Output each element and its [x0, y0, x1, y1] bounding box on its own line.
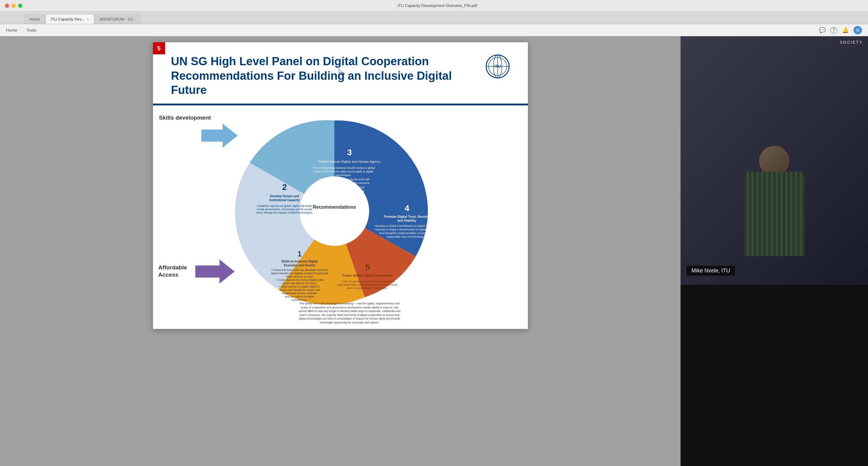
svg-text:Develop Human and: Develop Human and	[270, 195, 299, 198]
title-bar: 📄 ITU Capacity Development Overview_FIN.…	[0, 0, 868, 11]
svg-text:and use metrics for digital: and use metrics for digital	[285, 295, 314, 298]
svg-text:to help governments, civil soc: to help governments, civil society and t…	[257, 208, 312, 211]
svg-text:Build an Inclusive Digital: Build an Inclusive Digital	[281, 260, 317, 263]
svg-text:5: 5	[365, 262, 370, 272]
tab-home[interactable]: Home	[24, 14, 45, 24]
svg-text:clusion and equality for women: clusion and equality for women and	[279, 289, 320, 292]
svg-text:• Ensure that every adult has : • Ensure that every adult has affordable…	[271, 268, 328, 271]
maximize-button[interactable]	[18, 4, 22, 8]
svg-text:2: 2	[282, 182, 287, 192]
svg-text:• Social media enterprises sho: • Social media enterprises should work w…	[317, 178, 369, 181]
tab-wsis[interactable]: WSISFORUM - VJ...	[95, 14, 141, 24]
svg-text:• Establish regional and globa: • Establish regional and global 'digital…	[256, 204, 312, 207]
nav-bar: Home Tools 💬 ? 🔔 U	[0, 24, 868, 36]
svg-text:Foster Global Digital Cooperat: Foster Global Digital Cooperation	[342, 274, 393, 277]
svg-text:review of how human rights nor: review of how human rights norms apply t…	[313, 170, 373, 173]
svg-marker-7	[195, 259, 235, 284]
right-panel: SOCIETY Mike Nxele, ITU	[681, 36, 868, 466]
svg-text:marginalised groups; establish: marginalised groups; establish	[282, 292, 317, 295]
svg-text:• The UN Secretary-General sho: • The UN Secretary-General should conduc…	[312, 166, 375, 169]
itu-logo: ITU	[486, 54, 510, 78]
video-feed: SOCIETY Mike Nxele, ITU	[681, 36, 868, 285]
svg-text:tems so that their decisions c: tems so that their decisions can be	[322, 189, 364, 192]
svg-text:goods' and data for the SDGs.: goods' and data for the SDGs.	[282, 282, 316, 285]
svg-text:countable for their use.: countable for their use.	[330, 197, 358, 200]
svg-text:Promote Digital Trust, Securit: Promote Digital Trust, Security	[384, 215, 430, 218]
svg-text:3: 3	[347, 148, 352, 157]
svg-text:sector manage the impacts of d: sector manage the impacts of digital tec…	[256, 211, 313, 214]
access-label: Affordable Access	[158, 264, 187, 279]
svg-text:health services by 2030.: health services by 2030.	[286, 275, 313, 278]
svg-text:explained and humans are ac-: explained and humans are ac-	[325, 193, 362, 196]
nav-tools[interactable]: Tools	[26, 28, 36, 33]
svg-text:digital networks and digitally: digital networks and digitally-enabled f…	[271, 272, 328, 275]
svg-text:Institutional Capacity: Institutional Capacity	[269, 198, 300, 202]
svg-text:Recommendations: Recommendations	[313, 204, 356, 209]
svg-text:• Create alliances for sharing: • Create alliances for sharing 'digital …	[275, 278, 324, 281]
access-arrow	[195, 259, 235, 285]
svg-text:multi-stakeholder process to d: multi-stakeholder process to develop upd…	[337, 283, 398, 286]
tab-itu[interactable]: ITU Capacity Dev... ×	[45, 14, 94, 24]
chat-icon[interactable]: 💬	[819, 27, 826, 34]
pdf-viewer[interactable]: 5 UN SG High Level Panel on Digital Coop…	[0, 36, 681, 466]
person-silhouette	[732, 146, 816, 267]
video-lower-panel	[681, 285, 868, 466]
svg-text:• Design autonomous intelligen: • Design autonomous intelligent sys-	[321, 186, 365, 189]
person-image: SOCIETY	[681, 36, 868, 285]
pie-svg: Recommendations 3 Protect Human Rights a…	[231, 105, 437, 329]
svg-text:Security to shape a shared vis: Security to shape a shared vision of dig…	[375, 228, 436, 231]
video-person: SOCIETY Mike Nxele, ITU	[681, 36, 868, 285]
svg-text:and Stability: and Stability	[397, 219, 416, 222]
pie-chart-container: Recommendations 3 Protect Human Rights a…	[231, 105, 437, 329]
window-controls	[0, 4, 27, 8]
file-icon: 📄	[391, 3, 396, 8]
svg-text:• The UN Secretary-General sho: • The UN Secretary-General should facili…	[341, 280, 394, 283]
help-icon[interactable]: ?	[831, 27, 837, 34]
nav-home[interactable]: Home	[6, 28, 17, 33]
user-avatar[interactable]: U	[854, 26, 862, 34]
svg-text:Protect Human Rights and Human: Protect Human Rights and Human Agency	[318, 160, 381, 163]
svg-text:ITU: ITU	[494, 64, 501, 69]
minimize-button[interactable]	[11, 4, 16, 8]
slide-title: UN SG High Level Panel on Digital Cooper…	[171, 54, 473, 98]
svg-text:1: 1	[298, 250, 302, 258]
person-name-badge: Mike Nxele, ITU	[687, 266, 735, 276]
app-window: 📄 ITU Capacity Development Overview_FIN.…	[0, 0, 868, 466]
svg-text:Economy and Society: Economy and Society	[284, 264, 315, 267]
close-button[interactable]	[5, 4, 9, 8]
toolbar-icons: 💬 ? 🔔 U	[819, 26, 862, 34]
svg-text:nisms for global digital coope: nisms for global digital cooperation...	[347, 287, 389, 290]
svg-text:others to respond to human rig: others to respond to human rights concer…	[316, 181, 370, 185]
slide-number: 5	[153, 42, 165, 54]
tab-close-icon[interactable]: ×	[87, 18, 89, 21]
main-area: 5 UN SG High Level Panel on Digital Coop…	[0, 36, 868, 466]
pdf-page: 5 UN SG High Level Panel on Digital Coop…	[153, 42, 528, 329]
svg-text:4: 4	[405, 204, 409, 213]
bell-icon[interactable]: 🔔	[842, 27, 849, 34]
window-title: 📄 ITU Capacity Development Overview_FIN.…	[391, 3, 477, 8]
society-label: SOCIETY	[840, 40, 863, 45]
svg-text:• Adopt policies to support di: • Adopt policies to support digital in-	[279, 285, 320, 288]
svg-text:technologies.: technologies.	[335, 174, 351, 177]
svg-text:and strengthen implementation : and strengthen implementation of norms f…	[379, 232, 431, 235]
slide-body: Skills development	[153, 105, 528, 329]
svg-text:responsible uses of technology: responsible uses of technology.	[386, 235, 424, 238]
svg-text:inclusiveness.: inclusiveness.	[291, 298, 308, 301]
tab-bar: Home ITU Capacity Dev... × WSISFORUM - V…	[0, 11, 868, 24]
slide-header: UN SG High Level Panel on Digital Cooper…	[153, 42, 528, 104]
svg-text:• Develop a Global Commitment : • Develop a Global Commitment on Digital…	[374, 224, 437, 227]
skills-label: Skills development	[159, 114, 211, 121]
